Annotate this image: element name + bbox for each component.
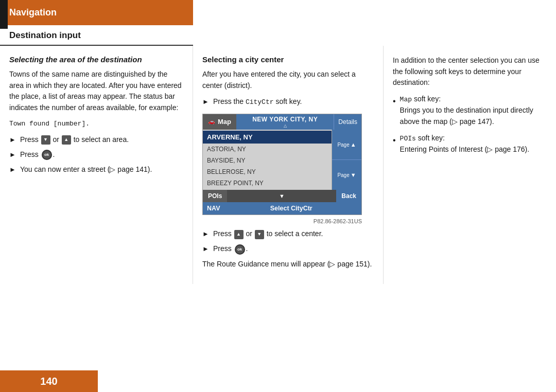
bullet-2: ► Press . — [9, 149, 183, 160]
arrow-up-icon-2 — [234, 230, 244, 239]
arrow-down-icon-2 — [255, 230, 264, 239]
mid-subtitle: Selecting a city center — [202, 55, 374, 64]
right-bullet-1: • Map soft key: Brings you to the destin… — [393, 94, 547, 128]
map-car-icon: 🚗 — [208, 118, 215, 125]
bullet-arrow-1: ► — [9, 135, 16, 145]
bullet-2-text: Press . — [20, 149, 55, 160]
pois-code: POIs — [400, 135, 416, 142]
nav-screen-top-bar: 🚗 Map NEW YORK CITY, NY △ Details — [203, 114, 361, 130]
arrow-up-icon-1 — [62, 135, 71, 145]
mid-step-1-text: Press the CityCtr soft key. — [213, 96, 302, 108]
right-bullet-2-text: POIs soft key: Entering Points of Intere… — [400, 133, 529, 155]
nav-city-name: NEW YORK CITY, NY — [252, 116, 318, 123]
mid-step-3: ► Press . — [202, 243, 374, 254]
mid-column: Selecting a city center After you have e… — [193, 46, 384, 284]
bullet-1-text: Press or to select an area. — [20, 134, 129, 145]
nav-list-item-3[interactable]: BELLEROSE, NY — [203, 166, 332, 177]
dot-2: • — [393, 134, 396, 147]
nav-back-btn[interactable]: Back — [336, 190, 361, 202]
right-bullet-2: • POIs soft key: Entering Points of Inte… — [393, 133, 547, 155]
mid-footer-text: The Route Guidance menu will appear (▷ p… — [202, 259, 374, 270]
nav-city-triangle: △ — [284, 123, 287, 128]
nav-bottom-center: ▼ — [227, 190, 336, 202]
page-up-arrow: ▲ — [351, 141, 356, 148]
page-up-label: Page — [337, 142, 349, 148]
map-btn-label: Map — [218, 118, 231, 126]
nav-list-item-1[interactable]: ASTORIA, NY — [203, 144, 332, 155]
right-intro: In addition to the center selection you … — [393, 55, 547, 88]
figure-caption: P82.86-2862-31US — [202, 218, 362, 224]
left-column: Selecting the area of the destination To… — [0, 46, 193, 284]
bullet-3: ► You can now enter a street (▷ page 141… — [9, 164, 183, 175]
nav-bar: NAV Select CityCtr — [203, 202, 361, 215]
nav-city-area: NEW YORK CITY, NY △ — [236, 114, 334, 130]
black-bar-left — [0, 0, 8, 29]
nav-map-btn[interactable]: 🚗 Map — [203, 114, 236, 130]
left-code-example: Town found [number]. — [9, 119, 183, 129]
nav-details-btn[interactable]: Details — [334, 114, 361, 130]
left-body-text: Towns of the same name are distinguished… — [9, 69, 183, 114]
nav-pois-btn[interactable]: POIs — [203, 190, 227, 202]
left-subtitle: Selecting the area of the destination — [9, 55, 183, 64]
mid-step-3-text: Press . — [213, 243, 248, 254]
section-title: Destination input — [0, 25, 193, 46]
nav-select-text: Select CityCtr — [225, 205, 357, 212]
nav-right-btns: Page ▲ Page ▼ — [332, 130, 361, 190]
mid-step-1: ► Press the CityCtr soft key. — [202, 96, 374, 108]
nav-list-area: ARVERNE, NY ASTORIA, NY BAYSIDE, NY BELL… — [203, 130, 361, 190]
bullet-arrow-3: ► — [9, 165, 16, 175]
bullet-3-text: You can now enter a street (▷ page 141). — [20, 164, 152, 175]
footer-bar: 140 — [0, 370, 98, 392]
ok-icon-2 — [235, 244, 245, 255]
nav-screen: 🚗 Map NEW YORK CITY, NY △ Details ARVERN… — [202, 114, 362, 216]
page-down-arrow: ▼ — [351, 172, 356, 178]
mid-step-2-text: Press or to select a center. — [213, 228, 323, 239]
ok-icon-1 — [42, 150, 52, 160]
nav-list: ARVERNE, NY ASTORIA, NY BAYSIDE, NY BELL… — [203, 130, 332, 190]
cityctrl-code: CityCtr — [246, 98, 274, 106]
nav-bottom-bar: POIs ▼ Back — [203, 190, 361, 202]
nav-page-down-btn[interactable]: Page ▼ — [332, 160, 361, 190]
right-bullet-1-text: Map soft key: Brings you to the destinat… — [400, 94, 547, 128]
nav-header: Navigation — [0, 0, 193, 25]
bullet-1: ► Press or to select an area. — [9, 134, 183, 145]
mid-bullet-arrow-3: ► — [202, 244, 209, 254]
nav-label: NAV — [207, 205, 220, 212]
page-number: 140 — [40, 376, 57, 387]
mid-bullet-arrow-1: ► — [202, 97, 209, 107]
mid-bullet-arrow-2: ► — [202, 229, 209, 239]
nav-list-item-0[interactable]: ARVERNE, NY — [203, 131, 332, 144]
nav-list-item-2[interactable]: BAYSIDE, NY — [203, 155, 332, 166]
right-column: In addition to the center selection you … — [384, 46, 556, 284]
map-code: Map — [400, 96, 412, 103]
mid-step-2: ► Press or to select a center. — [202, 228, 374, 239]
arrow-down-icon-1 — [41, 135, 50, 145]
mid-intro: After you have entered the city, you can… — [202, 69, 374, 91]
nav-page-up-btn[interactable]: Page ▲ — [332, 130, 361, 160]
bullet-arrow-2: ► — [9, 150, 16, 160]
dot-1: • — [393, 95, 396, 108]
page-down-label: Page — [337, 172, 349, 178]
nav-list-item-4[interactable]: BREEZY POINT, NY — [203, 177, 332, 189]
